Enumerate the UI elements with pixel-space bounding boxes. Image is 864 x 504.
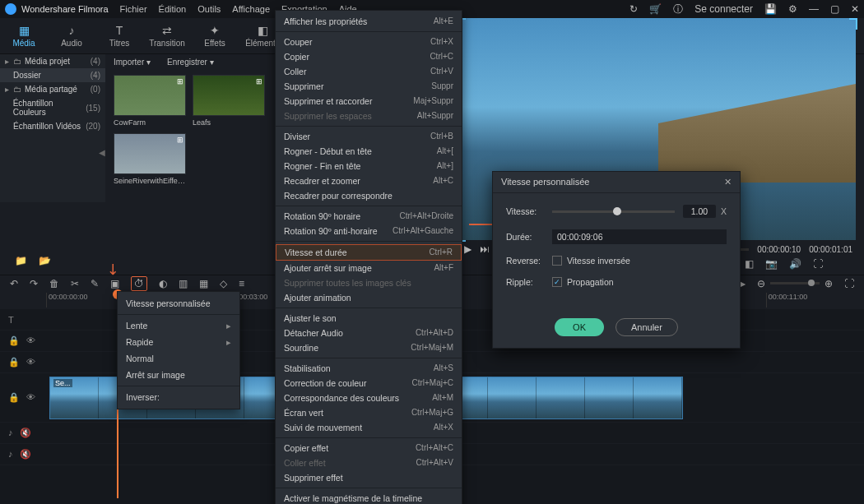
ctx-item[interactable]: StabilisationAlt+S <box>276 361 462 376</box>
eye-icon[interactable]: 👁 <box>26 357 35 368</box>
quality-icon[interactable]: ◧ <box>745 258 754 270</box>
snapshot-icon[interactable]: 📷 <box>765 258 778 270</box>
close-icon[interactable]: ✕ <box>724 177 732 187</box>
library-row[interactable]: Échantillon Vidéos(20) <box>0 119 105 133</box>
menu-fichier[interactable]: Fichier <box>120 4 147 14</box>
lock-icon[interactable]: 🔒 <box>8 392 20 403</box>
ctx-item[interactable]: Suivi de mouvementAlt+X <box>276 420 462 435</box>
speed-item[interactable]: Rapide▸ <box>118 334 239 350</box>
volume-icon[interactable]: 🔊 <box>789 258 801 270</box>
library-row[interactable]: ▸🗀Média partagé(0) <box>0 82 105 96</box>
zoom-slider[interactable]: ⊖ ⊕ <box>757 278 833 289</box>
settings-icon[interactable]: ⚙ <box>788 3 797 15</box>
play-button[interactable]: ▶ <box>464 243 471 255</box>
speed-item[interactable]: Lente▸ <box>118 317 239 334</box>
close-button[interactable]: ✕ <box>851 3 859 15</box>
ctx-item[interactable]: Vitesse et duréeCtrl+R <box>276 244 462 261</box>
speed-item[interactable]: Inverser: <box>118 389 239 405</box>
record-button[interactable]: Enregistrer ▾ <box>167 58 214 67</box>
speed-slider[interactable] <box>552 210 675 213</box>
speed-icon[interactable]: ⏱ <box>131 276 147 291</box>
media-thumb[interactable]: ⊞SeineRiverwithEiffelTow... <box>114 133 186 185</box>
eye-icon[interactable]: 👁 <box>26 335 35 346</box>
mute-icon[interactable]: 🔇 <box>20 428 31 438</box>
ok-button[interactable]: OK <box>555 318 604 336</box>
delete-icon[interactable]: 🗑 <box>49 278 59 289</box>
folder-icon[interactable]: 📁 <box>15 255 27 266</box>
tab-effets[interactable]: ✦Effets <box>191 21 239 51</box>
ctx-item[interactable]: Correspondance des couleursAlt+M <box>276 391 462 405</box>
zoom-out-icon[interactable]: ⊖ <box>757 278 765 289</box>
cart-icon[interactable]: 🛒 <box>649 3 662 15</box>
ctx-item[interactable]: Supprimer effet <box>276 470 462 485</box>
tab-transition[interactable]: ⇄Transition <box>143 21 191 51</box>
eye-icon[interactable]: 👁 <box>26 392 35 403</box>
speed-value[interactable]: 1.00 <box>683 205 716 218</box>
ctx-item[interactable]: SourdineCtrl+Maj+M <box>276 340 462 355</box>
text-track-icon[interactable]: T <box>8 315 14 325</box>
ctx-item[interactable]: Rotation 90º anti-horaireCtrl+Alt+Gauche <box>276 224 462 238</box>
ctx-item[interactable]: Ajouter arrêt sur imageAlt+F <box>276 261 462 275</box>
ctx-item[interactable]: Correction de couleurCtrl+Maj+C <box>276 376 462 391</box>
menu-edition[interactable]: Édition <box>159 4 187 14</box>
greenscreen-icon[interactable]: ▥ <box>179 278 188 289</box>
tracking-icon[interactable]: ▦ <box>199 278 208 289</box>
media-thumb[interactable]: ⊞CowFarm <box>114 75 186 127</box>
library-row[interactable]: ▸🗀Média projet(4) <box>0 54 105 68</box>
tab-audio[interactable]: ♪Audio <box>48 21 95 51</box>
signin-link[interactable]: Se connecter <box>694 3 753 15</box>
import-button[interactable]: Importer ▾ <box>114 58 151 67</box>
audio-icon[interactable]: ♪ <box>8 428 13 438</box>
ctx-item[interactable]: CouperCtrl+X <box>276 35 462 49</box>
library-row[interactable]: Dossier(4) <box>0 68 105 82</box>
media-thumb[interactable]: ⊞Leafs <box>193 75 265 127</box>
ctx-item[interactable]: Rotation 90º horaireCtrl+Alt+Droite <box>276 209 462 224</box>
info-icon[interactable]: ⓘ <box>673 2 683 16</box>
menu-outils[interactable]: Outils <box>197 4 221 14</box>
ctx-item[interactable]: Détacher AudioCtrl+Alt+D <box>276 326 462 340</box>
collapse-panel-icon[interactable]: ◀ <box>99 148 105 157</box>
zoom-in-icon[interactable]: ⊕ <box>825 278 833 289</box>
menu-affichage[interactable]: Affichage <box>232 4 270 14</box>
undo-icon[interactable]: ↶ <box>10 278 18 289</box>
speed-item[interactable]: Arrêt sur image <box>118 367 239 383</box>
ctx-item[interactable]: Ajouter animation <box>276 290 462 305</box>
cut-icon[interactable]: ✂ <box>71 278 79 289</box>
mute-icon[interactable]: 🔇 <box>20 449 31 460</box>
ctx-item[interactable]: Ajuster le son <box>276 311 462 326</box>
ctx-item[interactable]: Supprimer et raccorderMaj+Suppr <box>276 94 462 109</box>
ctx-item[interactable]: Afficher les propriétésAlt+E <box>276 14 462 29</box>
keyframe-icon[interactable]: ◇ <box>220 278 227 289</box>
ctx-item[interactable]: Recadrer et zoomerAlt+C <box>276 173 462 188</box>
fullscreen-icon[interactable]: ⛶ <box>813 258 823 270</box>
cancel-button[interactable]: Annuler <box>615 318 678 336</box>
edit-icon[interactable]: ✎ <box>91 278 99 289</box>
step-button[interactable]: ⏭ <box>480 243 490 255</box>
audio-icon[interactable]: ♪ <box>8 449 13 460</box>
new-folder-icon[interactable]: 📂 <box>39 255 51 266</box>
ripple-checkbox[interactable]: ✓ <box>552 277 562 287</box>
save-icon[interactable]: 💾 <box>764 3 777 15</box>
duration-field[interactable] <box>552 229 727 244</box>
ctx-item[interactable]: DiviserCtrl+B <box>276 129 462 144</box>
speed-item[interactable]: Normal <box>118 350 239 367</box>
ctx-item[interactable]: Écran vertCtrl+Maj+G <box>276 405 462 420</box>
lock-icon[interactable]: 🔒 <box>8 357 20 368</box>
speed-item[interactable]: Vitesse personnalisée <box>118 295 239 312</box>
more-icon[interactable]: ≡ <box>239 278 244 289</box>
ctx-item[interactable]: Activer le magnétisme de la timeline <box>276 491 462 504</box>
lock-icon[interactable]: 🔒 <box>8 335 20 346</box>
color-icon[interactable]: ◐ <box>159 278 167 289</box>
redo-icon[interactable]: ↷ <box>30 278 38 289</box>
reverse-checkbox[interactable] <box>552 256 562 266</box>
fit-icon[interactable]: ⛶ <box>844 278 854 289</box>
library-row[interactable]: Échantillon Couleurs(15) <box>0 96 105 119</box>
ctx-item[interactable]: Rogner - Début en têteAlt+[ <box>276 144 462 159</box>
ctx-item[interactable]: CollerCtrl+V <box>276 64 462 79</box>
sync-icon[interactable]: ↻ <box>629 3 638 15</box>
maximize-button[interactable]: ▢ <box>830 3 839 15</box>
ctx-item[interactable]: SupprimerSuppr <box>276 79 462 94</box>
minimize-button[interactable]: — <box>809 3 819 15</box>
ctx-item[interactable]: Copier effetCtrl+Alt+C <box>276 441 462 455</box>
tab-média[interactable]: ▦Média <box>0 21 48 51</box>
